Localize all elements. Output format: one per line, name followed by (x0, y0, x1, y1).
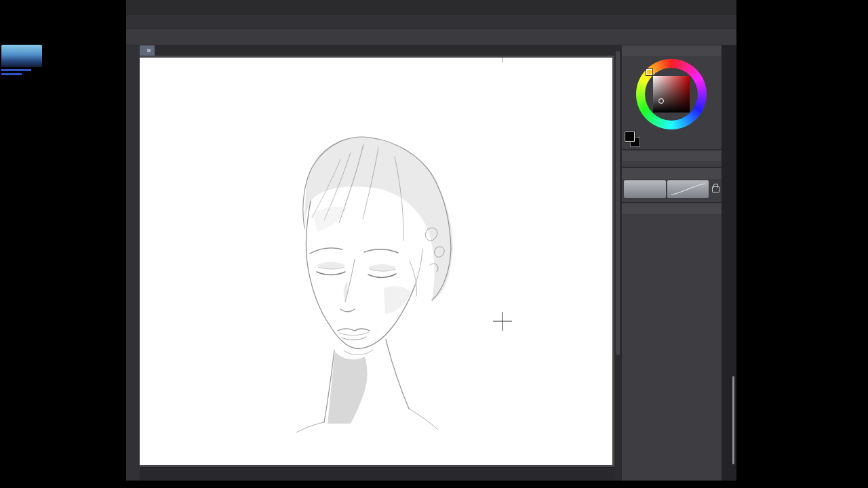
saturation-value-square[interactable] (653, 76, 690, 113)
caption-line (1, 69, 31, 71)
document-column (140, 45, 614, 481)
sv-marker[interactable] (658, 98, 664, 104)
brush-size-grid (622, 214, 722, 216)
document-tab-strip (140, 45, 614, 56)
close-button[interactable] (719, 0, 736, 15)
minimize-button[interactable] (684, 0, 701, 15)
toolbar (126, 29, 736, 45)
foreground-background-colors[interactable] (624, 131, 642, 147)
dock-icons (722, 45, 736, 48)
window-controls (684, 0, 736, 15)
tab-close-icon[interactable] (147, 49, 151, 52)
canvas-area (140, 56, 614, 467)
face-sketch-drawing (140, 58, 612, 465)
brush-size-panel (622, 203, 722, 481)
drawing-color-row (622, 161, 722, 167)
titlebar (126, 0, 736, 15)
sub-tool-preview[interactable] (624, 180, 666, 198)
tool-properties-footer (622, 199, 722, 202)
cursor-crosshair (493, 312, 512, 331)
tools-panel-header[interactable] (622, 150, 722, 161)
color-wheel-footer (622, 129, 722, 149)
menu-bar (126, 15, 736, 29)
sketch-strokes (296, 137, 453, 432)
tools-panel (622, 150, 722, 168)
status-bar (140, 467, 614, 481)
color-wheel-body (622, 56, 722, 129)
sub-tool-preview-row (622, 179, 722, 199)
right-dock-strip (722, 45, 736, 481)
document-tab[interactable] (140, 45, 155, 56)
color-wheel-panel-header[interactable] (622, 45, 722, 56)
drawing-canvas[interactable] (140, 58, 612, 465)
thumbnail-image (1, 45, 42, 67)
right-panel-column (621, 45, 722, 481)
left-dock-strip (126, 45, 140, 481)
vertical-scrollbar-thumb[interactable] (616, 51, 620, 355)
stroke-preview[interactable] (667, 180, 709, 198)
lock-icon[interactable] (712, 186, 719, 192)
workspace (126, 45, 736, 481)
hue-marker[interactable] (646, 69, 652, 75)
brush-size-header[interactable] (622, 203, 722, 214)
pressure-curve (670, 182, 707, 196)
foreground-color-swatch[interactable] (625, 131, 635, 142)
color-wheel-panel (622, 45, 722, 150)
maximize-button[interactable] (701, 0, 719, 15)
vertical-scrollbar[interactable] (614, 45, 621, 481)
video-pip-thumbnail (1, 45, 43, 75)
tool-properties-panel (622, 168, 722, 203)
caption-line (1, 73, 22, 75)
tool-properties-header[interactable] (622, 168, 722, 179)
dock-scrollbar-thumb[interactable] (732, 376, 734, 464)
clip-studio-paint-window (126, 0, 736, 479)
